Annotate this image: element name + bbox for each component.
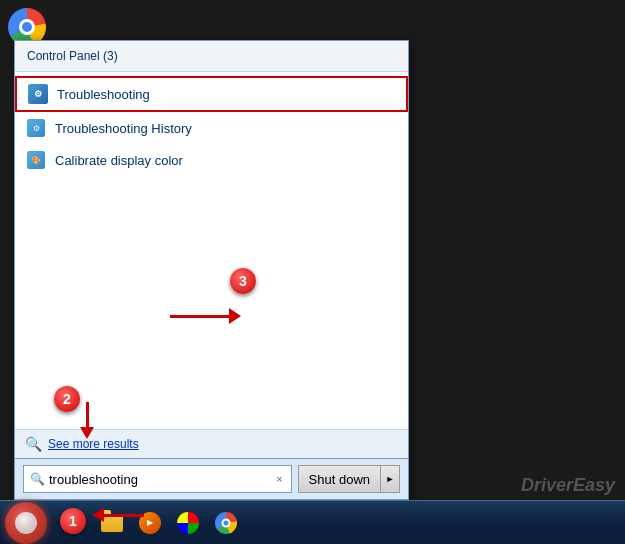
annotation-number-2: 2 bbox=[54, 386, 80, 412]
item-label-calibrate[interactable]: Calibrate display color bbox=[55, 153, 183, 168]
clear-button[interactable]: × bbox=[274, 473, 284, 485]
list-item[interactable]: 🎨 Calibrate display color bbox=[15, 144, 408, 176]
search-input[interactable] bbox=[49, 472, 274, 487]
search-icon-left: 🔍 bbox=[30, 472, 45, 486]
calibrate-icon: 🎨 bbox=[25, 149, 47, 171]
search-bar: 🔍 × Shut down ► bbox=[15, 458, 408, 499]
control-panel-icon-2: ⚙ bbox=[25, 117, 47, 139]
shutdown-arrow-button[interactable]: ► bbox=[380, 465, 400, 493]
start-button[interactable] bbox=[0, 501, 52, 545]
search-icon: 🔍 bbox=[25, 436, 42, 452]
start-menu: Control Panel (3) ⚙ Troubleshooting ⚙ Tr… bbox=[14, 40, 409, 500]
annotation-arrow-1 bbox=[92, 508, 144, 522]
windows-pinwheel-icon[interactable] bbox=[170, 505, 206, 541]
search-input-wrapper: 🔍 × bbox=[23, 465, 292, 493]
list-item[interactable]: ⚙ Troubleshooting bbox=[15, 76, 408, 112]
see-more-label[interactable]: See more results bbox=[48, 437, 139, 451]
item-label-history[interactable]: Troubleshooting History bbox=[55, 121, 192, 136]
annotation-arrow-2 bbox=[80, 402, 94, 439]
annotation-number-3: 3 bbox=[230, 268, 256, 294]
annotation-arrow-3 bbox=[170, 308, 241, 324]
menu-header: Control Panel (3) bbox=[15, 41, 408, 72]
see-more-results[interactable]: 🔍 See more results bbox=[15, 429, 408, 458]
watermark: DriverEasy bbox=[521, 475, 615, 496]
chrome-taskbar-icon[interactable] bbox=[208, 505, 244, 541]
annotation-number-1: 1 bbox=[60, 508, 86, 534]
control-panel-icon: ⚙ bbox=[27, 83, 49, 105]
shutdown-button-group: Shut down ► bbox=[298, 465, 400, 493]
shutdown-button[interactable]: Shut down bbox=[298, 465, 380, 493]
list-item[interactable]: ⚙ Troubleshooting History bbox=[15, 112, 408, 144]
item-label-troubleshooting[interactable]: Troubleshooting bbox=[57, 87, 150, 102]
taskbar: e ▶ bbox=[0, 500, 625, 544]
menu-content: ⚙ Troubleshooting ⚙ Troubleshooting Hist… bbox=[15, 72, 408, 429]
